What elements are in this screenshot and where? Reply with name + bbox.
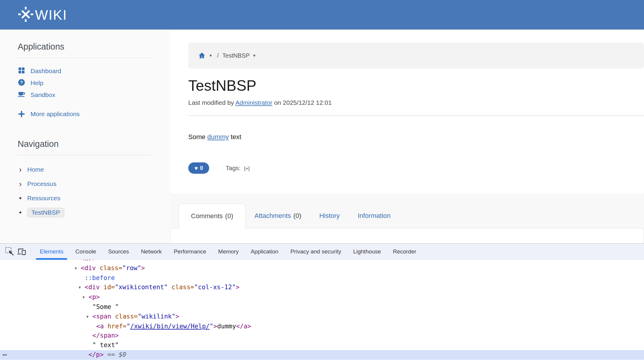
sidebar-item-dashboard[interactable]: Dashboard bbox=[18, 65, 150, 77]
code-token-val: "col-xs-12" bbox=[194, 284, 236, 291]
dom-tree-node[interactable]: ▼<div id="xwikicontent" class="col-xs-12… bbox=[0, 283, 644, 293]
code-token-attr: href= bbox=[108, 323, 126, 330]
dom-tree-node[interactable]: "Some " bbox=[0, 302, 644, 312]
code-token-pseudo: ::before bbox=[85, 274, 115, 281]
code-token-tag: > bbox=[236, 284, 240, 291]
dom-tree-node[interactable]: ::before bbox=[0, 273, 644, 283]
breadcrumb: ▾ / TestNBSP ▾ bbox=[188, 42, 644, 69]
devtools-tab-privacy-and-security[interactable]: Privacy and security bbox=[284, 244, 347, 260]
code-token-attr: class= bbox=[172, 284, 194, 291]
dom-tree-node[interactable]: ▼<div class="row"> bbox=[0, 264, 644, 273]
code-token-val: "wikilink" bbox=[138, 313, 175, 320]
more-actions-icon[interactable]: ⋯ bbox=[2, 350, 7, 360]
code-token-eq: == bbox=[107, 351, 115, 358]
expand-arrow-icon[interactable]: ▼ bbox=[82, 293, 88, 302]
code-token-tag: </p> bbox=[88, 351, 104, 358]
devtools-tab-application[interactable]: Application bbox=[245, 244, 284, 260]
breadcrumb-separator: / bbox=[217, 52, 219, 59]
xwiki-star-icon bbox=[17, 6, 34, 24]
code-token-tag: > bbox=[213, 323, 217, 330]
code-token-tag: </span> bbox=[92, 332, 119, 339]
sidebar-link-home[interactable]: Home bbox=[27, 166, 44, 173]
sidebar-item-more-applications[interactable]: More applications bbox=[18, 108, 150, 120]
sidebar-link-dashboard[interactable]: Dashboard bbox=[30, 67, 61, 75]
code-token-tag: <span bbox=[92, 313, 111, 320]
expand-arrow-icon[interactable]: ▼ bbox=[79, 283, 85, 293]
sidebar-item-sandbox[interactable]: Sandbox bbox=[18, 89, 150, 101]
sidebar-item-processus[interactable]: ›Processus bbox=[18, 177, 150, 191]
sidebar-link-processus[interactable]: Processus bbox=[27, 180, 56, 187]
inspect-icon[interactable] bbox=[4, 246, 16, 258]
bullet-icon: • bbox=[18, 208, 23, 217]
sidebar-item-testnbsp[interactable]: •TestNBSP bbox=[18, 205, 150, 220]
main-content-area: ▾ / TestNBSP ▾ TestNBSP Last modified by… bbox=[170, 30, 644, 243]
sidebar-link-testnbsp[interactable]: TestNBSP bbox=[27, 208, 64, 217]
tab-attachments[interactable]: Attachments(0) bbox=[245, 204, 310, 228]
devtools-toolbar: ElementsConsoleSourcesNetworkPerformance… bbox=[0, 244, 644, 260]
dom-tree-node[interactable]: </span> bbox=[0, 331, 644, 341]
dom-tree-node[interactable]: <a href="/xwiki/bin/view/Help/">dummy</a… bbox=[0, 322, 644, 331]
code-token-val: " bbox=[209, 323, 213, 330]
code-token-val: "row" bbox=[122, 264, 141, 272]
sidebar-item-home[interactable]: ›Home bbox=[18, 162, 150, 177]
tab-information[interactable]: Information bbox=[349, 204, 400, 228]
divider bbox=[188, 115, 644, 116]
devtools-tab-console[interactable]: Console bbox=[69, 244, 102, 260]
last-modified-line: Last modified by Administrator on 2025/1… bbox=[188, 99, 644, 106]
code-token-tag: <p> bbox=[88, 293, 100, 301]
heart-icon: ♥ bbox=[195, 165, 198, 171]
tab-comments[interactable]: Comments(0) bbox=[179, 204, 245, 228]
svg-text:?: ? bbox=[20, 80, 23, 85]
plus-icon bbox=[18, 110, 25, 118]
sidebar-link-more-applications[interactable]: More applications bbox=[30, 110, 80, 118]
code-token-dollar: $0 bbox=[119, 351, 126, 358]
document-tabs: Comments(0)Attachments(0)HistoryInformat… bbox=[170, 204, 644, 228]
chevron-right-icon: › bbox=[18, 181, 23, 187]
code-token-tag: <a bbox=[96, 323, 104, 330]
sidebar-link-ressources[interactable]: Ressources bbox=[27, 195, 60, 202]
dom-tree-node[interactable]: ▼<span class="wikilink"> bbox=[0, 312, 644, 322]
sidebar-link-sandbox[interactable]: Sandbox bbox=[30, 91, 55, 99]
devtools-tab-sources[interactable]: Sources bbox=[102, 244, 135, 260]
sidebar-item-ressources[interactable]: •Ressources bbox=[18, 191, 150, 205]
devtools-panel: ElementsConsoleSourcesNetworkPerformance… bbox=[0, 243, 644, 360]
code-token-plain bbox=[111, 313, 115, 320]
author-link[interactable]: Administrator bbox=[235, 99, 273, 106]
like-button[interactable]: ♥ 0 bbox=[188, 162, 209, 174]
devtools-tab-lighthouse[interactable]: Lighthouse bbox=[347, 244, 387, 260]
devtools-tab-memory[interactable]: Memory bbox=[212, 244, 245, 260]
help-question-icon: ? bbox=[18, 79, 25, 88]
dummy-link[interactable]: dummy bbox=[207, 133, 229, 141]
applications-heading: Applications bbox=[18, 42, 150, 52]
like-count: 0 bbox=[200, 165, 203, 171]
sidebar-link-help[interactable]: Help bbox=[30, 79, 43, 87]
devtools-tab-recorder[interactable]: Recorder bbox=[387, 244, 422, 260]
top-navbar: WIKI bbox=[0, 0, 644, 30]
code-token-link[interactable]: /xwiki/bin/view/Help/ bbox=[130, 323, 210, 330]
dom-tree-node[interactable]: " text" bbox=[0, 341, 644, 350]
xwiki-logo[interactable]: WIKI bbox=[17, 6, 67, 24]
code-token-txt: "Some " bbox=[92, 303, 119, 310]
dom-tree-node[interactable]: <hr> bbox=[0, 260, 644, 264]
devtools-tab-network[interactable]: Network bbox=[135, 244, 168, 260]
sandbox-cup-icon bbox=[18, 90, 25, 100]
home-icon[interactable] bbox=[198, 52, 206, 60]
add-tag-button[interactable]: [+] bbox=[244, 166, 250, 171]
expand-arrow-icon[interactable]: ▼ bbox=[86, 312, 92, 322]
bullet-icon: • bbox=[18, 194, 23, 202]
sidebar-item-help[interactable]: ? Help bbox=[18, 77, 150, 89]
devtools-tab-elements[interactable]: Elements bbox=[34, 244, 69, 260]
device-toolbar-icon[interactable] bbox=[16, 246, 27, 258]
devtools-tab-performance[interactable]: Performance bbox=[168, 244, 212, 260]
divider bbox=[18, 58, 150, 58]
breadcrumb-page[interactable]: TestNBSP bbox=[222, 52, 250, 59]
chevron-down-icon[interactable]: ▾ bbox=[209, 53, 212, 58]
dom-tree-node[interactable]: ▼<p> bbox=[0, 293, 644, 302]
dom-tree-node[interactable]: </p> == $0⋯ bbox=[0, 350, 644, 360]
chevron-down-icon[interactable]: ▾ bbox=[253, 53, 256, 58]
logo-wordmark: WIKI bbox=[35, 7, 67, 23]
expand-arrow-icon[interactable]: ▼ bbox=[75, 264, 81, 273]
tab-history[interactable]: History bbox=[310, 204, 348, 228]
tags-label: Tags: bbox=[226, 164, 241, 171]
document-card: ▾ / TestNBSP ▾ TestNBSP Last modified by… bbox=[170, 30, 644, 194]
